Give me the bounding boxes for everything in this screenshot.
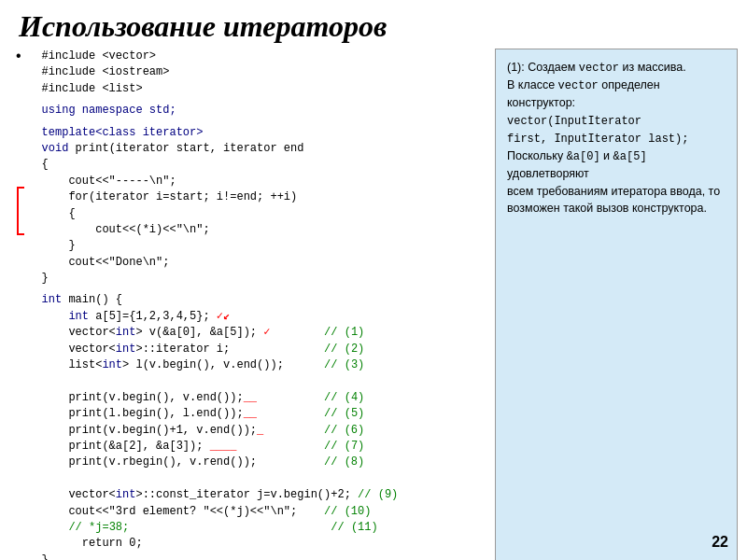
info-line6: всем требованиям итератора ввода, то [507,185,720,198]
info-line3: vector(InputIterator [507,114,641,127]
main-body: int main() { int a[5]={1,2,3,4,5}; ✓↙ ve… [42,292,399,560]
code-section: • #include <vector> #include <iostream> … [9,49,486,560]
bracket-decoration [17,187,24,235]
info-line4: first, InputIterator last); [507,132,688,145]
code-block: #include <vector> #include <iostream> #i… [42,49,399,560]
info-line7: возможен такой вызов конструктора. [507,202,707,215]
func-body: { cout<<"-----\n"; for(iterator i=start;… [42,157,399,287]
using-line: using namespace std; [42,103,399,119]
info-line1: (1): Создаем vector из массива. [507,61,686,74]
include-lines: #include <vector> #include <iostream> #i… [42,49,399,97]
page-number: 22 [712,534,728,551]
template-line: template<class iterator> void print(iter… [42,125,399,158]
bullet-icon: • [14,47,23,68]
info-box: (1): Создаем vector из массива. В классе… [495,49,738,560]
title: Использование итераторов [0,0,747,49]
info-line5: Поскольку &a[0] и &a[5] удовлетворяют [507,149,647,180]
info-line2: В классе vector определен конструктор: [507,78,660,109]
